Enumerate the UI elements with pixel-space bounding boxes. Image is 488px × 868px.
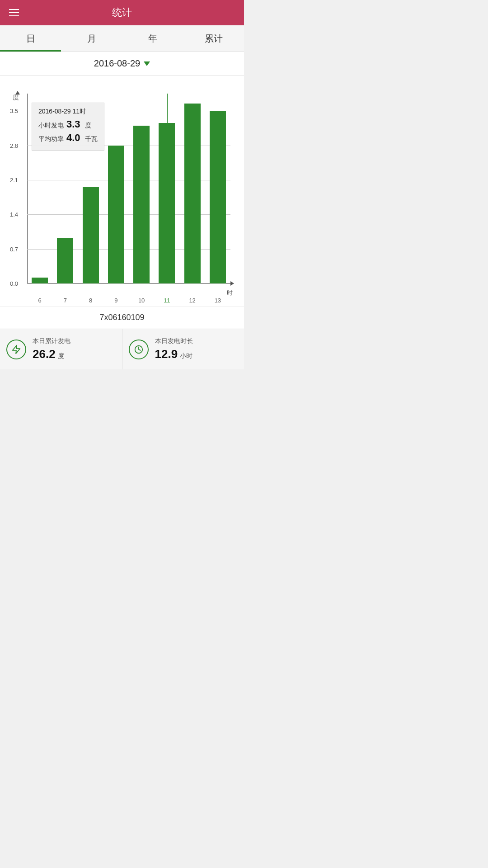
y-axis-line	[27, 94, 28, 283]
x-axis-label: 11	[164, 297, 170, 304]
chart-wrapper: 度 0.00.71.42.12.83.5 678910111213 时 2016…	[9, 85, 235, 302]
stat-hours-value: 12.9	[155, 347, 178, 361]
chart-area: 度 0.00.71.42.12.83.5 678910111213 时 2016…	[0, 75, 244, 306]
x-axis-label: 12	[189, 297, 195, 304]
selected-date: 2016-08-29	[94, 58, 140, 69]
y-tick-label: 1.4	[10, 211, 18, 218]
header: 统计	[0, 0, 244, 25]
x-axis-label: 10	[138, 297, 145, 304]
stat-daily-hours: 本日发电时长 12.9 小时	[122, 329, 244, 369]
y-tick-label: 2.1	[10, 176, 18, 183]
tooltip-avg-label: 平均功率	[38, 135, 64, 143]
chart-bar[interactable]	[83, 187, 99, 283]
lightning-icon	[6, 340, 26, 359]
chart-bar[interactable]	[210, 111, 226, 283]
stat-hours-unit: 小时	[180, 352, 192, 360]
x-axis-label: 9	[114, 297, 117, 304]
tooltip-line	[167, 94, 168, 283]
stat-energy-unit: 度	[58, 352, 64, 360]
x-axis-arrow-icon	[230, 281, 234, 286]
stat-daily-energy: 本日累计发电 26.2 度	[0, 329, 122, 369]
tooltip-power-row: 小时发电 3.3 度	[38, 118, 98, 130]
tab-cumulative[interactable]: 累计	[183, 25, 244, 52]
chart-bar[interactable]	[108, 146, 124, 283]
tooltip-avg-unit: 千瓦	[85, 135, 98, 143]
tab-bar: 日 月 年 累计	[0, 25, 244, 52]
chart-bar[interactable]	[184, 104, 201, 283]
stat-hours-value-row: 12.9 小时	[155, 347, 193, 361]
x-axis-label: 8	[89, 297, 92, 304]
stat-hours-label: 本日发电时长	[155, 337, 193, 345]
lightning-svg	[11, 344, 21, 354]
date-selector[interactable]: 2016-08-29	[0, 52, 244, 75]
y-tick-label: 3.5	[10, 108, 18, 114]
tooltip-date: 2016-08-29 11时	[38, 108, 98, 116]
y-axis-label: 度	[13, 94, 19, 102]
tab-month[interactable]: 月	[61, 25, 122, 52]
stat-energy-info: 本日累计发电 26.2 度	[33, 337, 70, 361]
dropdown-arrow-icon	[144, 61, 150, 66]
x-axis-label: 13	[215, 297, 221, 304]
y-axis-arrow-icon	[15, 91, 20, 94]
x-axis-label: 7	[64, 297, 67, 304]
tooltip-avg-value: 4.0	[66, 132, 80, 144]
chart-tooltip: 2016-08-29 11时 小时发电 3.3 度 平均功率 4.0 千瓦	[32, 103, 104, 151]
tab-year[interactable]: 年	[122, 25, 183, 52]
tooltip-avg-row: 平均功率 4.0 千瓦	[38, 132, 98, 144]
tooltip-power-value: 3.3	[66, 118, 80, 130]
stat-hours-info: 本日发电时长 12.9 小时	[155, 337, 193, 361]
page-title: 统计	[112, 6, 132, 19]
y-tick-label: 2.8	[10, 142, 18, 149]
chart-bar[interactable]	[57, 238, 73, 283]
y-tick-label: 0.7	[10, 245, 18, 252]
tab-day[interactable]: 日	[0, 25, 61, 52]
x-axis-label: 6	[38, 297, 42, 304]
tooltip-power-label: 小时发电	[38, 122, 64, 130]
device-id: 7x06160109	[0, 306, 244, 329]
menu-button[interactable]	[9, 9, 19, 16]
grid-line	[27, 283, 230, 284]
stat-energy-value: 26.2	[33, 347, 56, 361]
clock-svg	[134, 344, 144, 354]
tooltip-power-unit: 度	[85, 122, 91, 130]
y-tick-label: 0.0	[10, 280, 18, 287]
chart-bar[interactable]	[133, 126, 150, 283]
clock-icon	[129, 340, 149, 359]
chart-bar[interactable]	[32, 278, 48, 283]
footer-stats: 本日累计发电 26.2 度 本日发电时长 12.9 小时	[0, 329, 244, 369]
stat-energy-value-row: 26.2 度	[33, 347, 70, 361]
x-axis-unit: 时	[227, 289, 233, 297]
stat-energy-label: 本日累计发电	[33, 337, 70, 345]
